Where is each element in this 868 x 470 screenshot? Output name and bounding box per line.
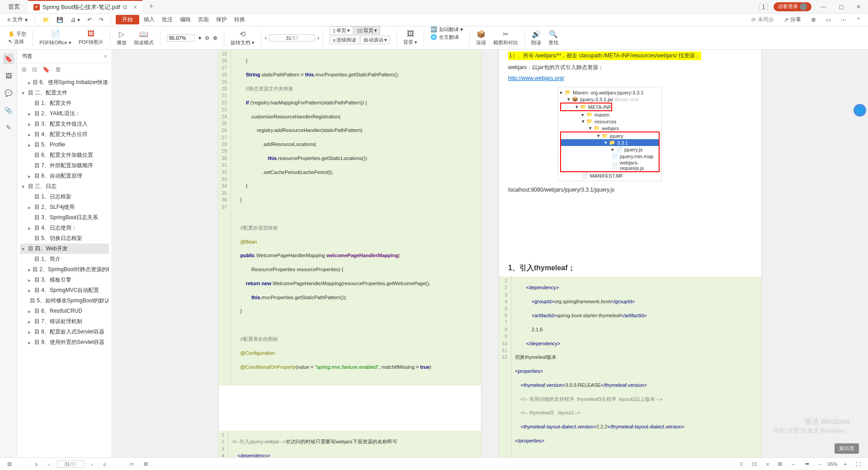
bookmark-item[interactable]: 目 5、切换日志框架	[20, 233, 109, 244]
close-panel-icon[interactable]: ×	[104, 53, 107, 60]
compress-button[interactable]: 📦压缩	[473, 26, 489, 49]
bookmark-item[interactable]: ▸目 7、错误处理机制	[20, 316, 109, 327]
bm-tool-3[interactable]: 🔖	[42, 66, 50, 73]
open-icon[interactable]: 📁	[40, 16, 52, 24]
badge-one[interactable]: 1	[759, 4, 768, 10]
dual-page-toggle[interactable]: ▯▯ 双页 ▾	[354, 26, 380, 35]
new-tab-button[interactable]: +	[142, 0, 160, 13]
bookmark-item[interactable]: ▸目 3、配置文件值注入	[20, 119, 109, 129]
zoom-out-icon[interactable]: ⊖	[205, 35, 209, 41]
menu-insert[interactable]: 插入	[141, 15, 157, 24]
bookmark-item[interactable]: 目 7、外部配置加载顺序	[20, 160, 109, 171]
bookmark-item[interactable]: ▸目 2、SLF4j使用	[20, 202, 109, 212]
sb-panel-icon[interactable]: ▥	[5, 460, 14, 468]
sb-layout-1[interactable]: ▯	[737, 460, 745, 468]
pdf-to-image[interactable]: 🖼PDF转图片	[76, 26, 106, 49]
bookmark-item[interactable]: ▸目 5、Profile	[20, 140, 109, 150]
bookmark-item[interactable]: ▸目 4、日志使用：	[20, 223, 109, 233]
bookmark-item[interactable]: 目 6、配置文件加载位置	[20, 150, 109, 160]
sb-grid-icon[interactable]: ⊞	[141, 460, 151, 468]
sb-prev-page[interactable]: ‹	[46, 461, 53, 468]
maximize-button[interactable]: ▢	[835, 2, 847, 12]
bookmark-item[interactable]: ▸目 3、模板引擎	[20, 275, 109, 285]
bookmark-item[interactable]: ▾目 三、日志	[20, 181, 109, 192]
share-button[interactable]: ↗ 分享	[781, 15, 804, 24]
sb-layout-4[interactable]: ⊞	[775, 460, 785, 468]
read-mode[interactable]: 📖阅读模式	[131, 26, 156, 49]
menu-page[interactable]: 页面	[195, 15, 212, 24]
word-translate[interactable]: 🔤 划词翻译 ▾	[430, 26, 463, 33]
more-icon[interactable]: ⋯	[838, 16, 849, 24]
close-button[interactable]: ✕	[853, 2, 864, 12]
external-icon[interactable]: ⧉	[123, 4, 127, 11]
zoom-in-icon[interactable]: ⊕	[213, 35, 217, 41]
pdf-to-office[interactable]: 📄PDF转Office ▾	[37, 26, 74, 49]
undo-icon[interactable]: ↶	[85, 16, 94, 24]
single-page-toggle[interactable]: ▯ 单页 ▾	[330, 26, 353, 35]
rotate-doc[interactable]: ⟲旋转文档 ▾	[228, 26, 257, 49]
sb-page-input[interactable]: 31/87	[57, 461, 84, 468]
continuous-toggle[interactable]: ≡ 连续阅读	[330, 36, 359, 44]
sb-layout-2[interactable]: ▯▯	[749, 460, 760, 468]
sb-first-page[interactable]: |‹	[33, 461, 41, 468]
play-button[interactable]: ▷播放	[114, 26, 129, 49]
minimize-button[interactable]: —	[817, 2, 830, 12]
bookmark-item[interactable]: ▸目 6、RestfulCRUD	[20, 306, 109, 316]
bookmark-item[interactable]: ▸目 2、YAML语法：	[20, 108, 109, 119]
sb-view-icon[interactable]: ▭	[127, 460, 137, 468]
bookmark-item[interactable]: ▸目 2、SpringBoot对静态资源的映射规则：	[20, 264, 109, 275]
redo-icon[interactable]: ↷	[96, 16, 106, 24]
float-badge-icon[interactable]: 🌐	[854, 104, 866, 117]
document-tab[interactable]: P Spring Boot核心技术-笔记.pdf ⧉ ×	[28, 0, 142, 13]
full-translate[interactable]: 🌐 全文翻译	[430, 34, 458, 41]
window-icon[interactable]: ▭	[823, 16, 834, 24]
sb-next-page[interactable]: ›	[89, 461, 96, 468]
bookmark-item[interactable]: ▾目 四、Web开发	[20, 244, 109, 254]
close-tab-icon[interactable]: ×	[133, 4, 137, 11]
bookmark-item[interactable]: 目 1、日志框架	[20, 192, 109, 202]
sb-last-page[interactable]: ›|	[100, 461, 109, 468]
find-button[interactable]: 🔍查找	[546, 26, 561, 49]
zoom-input[interactable]	[167, 34, 195, 42]
sb-fit-2[interactable]: ⬌	[802, 460, 812, 468]
auto-scroll-toggle[interactable]: 自动滚动 ▾	[360, 36, 390, 44]
bookmark-item[interactable]: ▾目 二、配置文件	[20, 88, 109, 98]
hand-tool[interactable]: ✋ 手型	[8, 31, 26, 38]
bookmark-item[interactable]: ▸目 4、SpringMVC自动配置	[20, 285, 109, 296]
bm-tool-1[interactable]: ⊞	[22, 66, 27, 73]
bookmark-item[interactable]: ▸目 9、使用外置的Servlet容器	[20, 337, 109, 348]
collapse-icon[interactable]: ⌃	[854, 16, 863, 24]
webjars-link[interactable]: http://www.webjars.org/	[508, 75, 564, 81]
crop-compare-button[interactable]: ✂截图和对比	[491, 26, 521, 49]
bm-tool-2[interactable]: ⊟	[32, 66, 37, 73]
bookmark-rail-icon[interactable]: 🔖	[3, 53, 14, 64]
bookmark-item[interactable]: ▸目 4、配置文件占位符	[20, 129, 109, 140]
login-button[interactable]: 访客登录	[774, 2, 811, 11]
sb-zoom-out[interactable]: −	[816, 461, 824, 468]
menu-annotate[interactable]: 批注	[159, 15, 175, 24]
sb-fullscreen[interactable]: ⛶	[853, 461, 863, 468]
read-aloud-button[interactable]: 🔊朗读	[528, 26, 544, 49]
menu-start[interactable]: 开始	[116, 15, 139, 24]
bookmark-item[interactable]: ▸目 8、自动配置原理	[20, 171, 109, 181]
image-rail-icon[interactable]: 🖼	[3, 70, 14, 81]
menu-edit[interactable]: 编辑	[177, 15, 193, 24]
attachment-rail-icon[interactable]: 📎	[3, 105, 14, 116]
print-icon[interactable]: 🖨 ▾	[68, 16, 83, 24]
sync-status[interactable]: ⟳ 未同步	[749, 15, 777, 24]
bookmark-item[interactable]: 目 1、简介	[20, 254, 109, 264]
save-icon[interactable]: 💾	[54, 16, 66, 24]
zoom-dropdown-icon[interactable]: ▾	[198, 35, 201, 41]
settings-icon[interactable]: ⚙	[808, 16, 819, 24]
page-input[interactable]: 31/87	[269, 34, 315, 42]
menu-button[interactable]: ≡ 文件 ▾	[5, 15, 30, 24]
bookmark-item[interactable]: ▸目 6、使用Spring Initializer快速创建Spring Boot…	[20, 77, 109, 88]
bookmark-item[interactable]: 目 1、配置文件	[20, 98, 109, 108]
next-page-icon[interactable]: ›	[317, 35, 319, 41]
sb-layout-3[interactable]: ≡	[764, 461, 772, 468]
prev-page-icon[interactable]: ‹	[265, 35, 267, 41]
bookmark-item[interactable]: 目 5、如何修改SpringBoot的默认配置	[20, 296, 109, 306]
bookmark-item[interactable]: ▸目 8、配置嵌入式Servlet容器	[20, 327, 109, 337]
comment-rail-icon[interactable]: 💬	[3, 88, 14, 99]
outline-rail-icon[interactable]: ✎	[3, 122, 14, 133]
